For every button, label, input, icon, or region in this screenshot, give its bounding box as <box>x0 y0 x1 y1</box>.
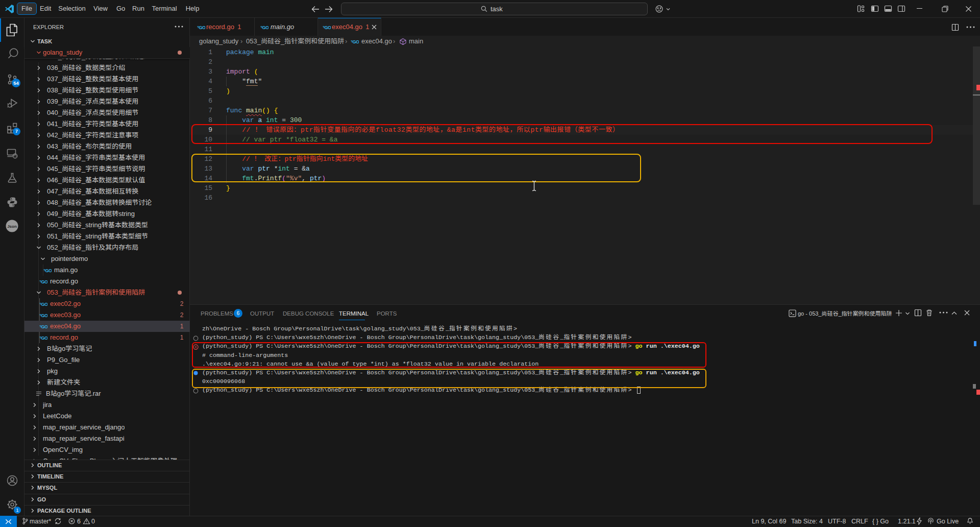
svg-text:GO: GO <box>41 279 47 284</box>
svg-text:GO: GO <box>41 302 47 307</box>
svg-text:GO: GO <box>262 25 268 30</box>
svg-text:Json: Json <box>7 224 17 229</box>
svg-text:GO: GO <box>41 336 47 341</box>
svg-text:GO: GO <box>325 25 331 30</box>
svg-text:GO: GO <box>41 313 47 318</box>
svg-text:GO: GO <box>353 39 359 44</box>
svg-text:GO: GO <box>41 324 47 329</box>
svg-text:GO: GO <box>45 268 52 273</box>
svg-text:GO: GO <box>199 25 205 30</box>
